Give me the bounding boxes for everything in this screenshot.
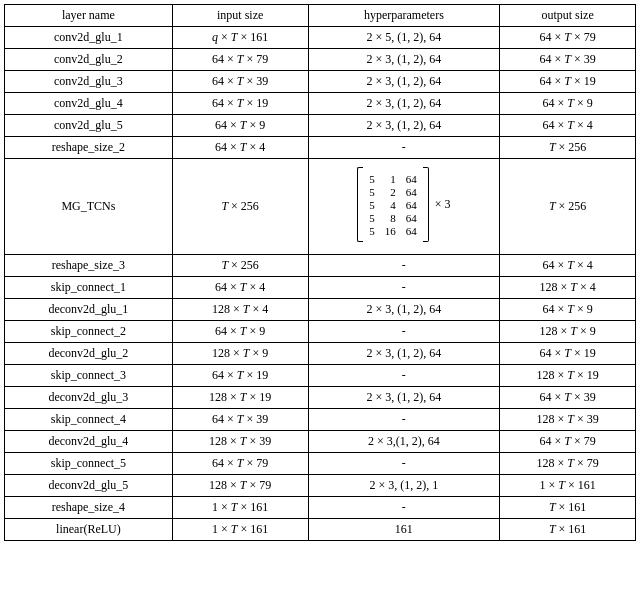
cell-layer-name: conv2d_glu_3: [5, 71, 173, 93]
cell-output-size: 128 × T × 4: [500, 277, 636, 299]
cell-output-size: 128 × T × 9: [500, 321, 636, 343]
cell-hyperparameters: 2 × 3,(1, 2), 64: [308, 431, 500, 453]
cell-input-size: 128 × T × 9: [172, 343, 308, 365]
cell-output-size: 64 × T × 9: [500, 299, 636, 321]
cell-input-size: q × T × 161: [172, 27, 308, 49]
cell-layer-name: MG_TCNs: [5, 159, 173, 255]
cell-hyperparameters: 2 × 3, (1, 2), 1: [308, 475, 500, 497]
cell-layer-name: conv2d_glu_1: [5, 27, 173, 49]
cell-input-size: 64 × T × 79: [172, 49, 308, 71]
cell-input-size: 1 × T × 161: [172, 519, 308, 541]
cell-layer-name: skip_connect_4: [5, 409, 173, 431]
cell-hyperparameters: 2 × 3, (1, 2), 64: [308, 299, 500, 321]
cell-hyperparameters: -: [308, 255, 500, 277]
cell-output-size: 128 × T × 39: [500, 409, 636, 431]
header-layer-name: layer name: [5, 5, 173, 27]
header-hyperparameters: hyperparameters: [308, 5, 500, 27]
cell-output-size: T × 161: [500, 519, 636, 541]
cell-layer-name: deconv2d_glu_3: [5, 387, 173, 409]
cell-output-size: 64 × T × 4: [500, 115, 636, 137]
cell-hyperparameters: -: [308, 497, 500, 519]
cell-hyperparameters: -: [308, 365, 500, 387]
cell-output-size: T × 256: [500, 137, 636, 159]
cell-output-size: 64 × T × 9: [500, 93, 636, 115]
cell-layer-name: deconv2d_glu_2: [5, 343, 173, 365]
cell-hyperparameters: -: [308, 453, 500, 475]
cell-layer-name: reshape_size_2: [5, 137, 173, 159]
cell-hyperparameters: 2 × 3, (1, 2), 64: [308, 115, 500, 137]
cell-layer-name: conv2d_glu_2: [5, 49, 173, 71]
cell-layer-name: reshape_size_4: [5, 497, 173, 519]
cell-input-size: 128 × T × 4: [172, 299, 308, 321]
cell-hyperparameters: 2 × 5, (1, 2), 64: [308, 27, 500, 49]
cell-layer-name: conv2d_glu_4: [5, 93, 173, 115]
cell-layer-name: skip_connect_5: [5, 453, 173, 475]
cell-hyperparameters: 2 × 3, (1, 2), 64: [308, 387, 500, 409]
architecture-table: layer name input size hyperparameters ou…: [4, 4, 636, 541]
cell-output-size: 64 × T × 79: [500, 431, 636, 453]
cell-input-size: T × 256: [172, 255, 308, 277]
cell-output-size: 128 × T × 79: [500, 453, 636, 475]
cell-layer-name: skip_connect_1: [5, 277, 173, 299]
cell-hyperparameters: -: [308, 137, 500, 159]
cell-layer-name: deconv2d_glu_1: [5, 299, 173, 321]
cell-hyperparameters: 2 × 3, (1, 2), 64: [308, 343, 500, 365]
cell-output-size: 64 × T × 19: [500, 71, 636, 93]
cell-output-size: 64 × T × 39: [500, 49, 636, 71]
cell-hyperparameters: 2 × 3, (1, 2), 64: [308, 93, 500, 115]
cell-layer-name: reshape_size_3: [5, 255, 173, 277]
cell-output-size: 1 × T × 161: [500, 475, 636, 497]
cell-input-size: 64 × T × 39: [172, 71, 308, 93]
cell-layer-name: skip_connect_3: [5, 365, 173, 387]
cell-input-size: 128 × T × 19: [172, 387, 308, 409]
header-output-size: output size: [500, 5, 636, 27]
cell-hyperparameters: 2 × 3, (1, 2), 64: [308, 49, 500, 71]
cell-hyperparameters: -: [308, 409, 500, 431]
cell-input-size: 64 × T × 19: [172, 93, 308, 115]
cell-hyperparameters: -: [308, 321, 500, 343]
cell-input-size: 64 × T × 9: [172, 115, 308, 137]
cell-input-size: 128 × T × 79: [172, 475, 308, 497]
cell-layer-name: linear(ReLU): [5, 519, 173, 541]
cell-input-size: 64 × T × 39: [172, 409, 308, 431]
header-input-size: input size: [172, 5, 308, 27]
cell-output-size: 64 × T × 19: [500, 343, 636, 365]
cell-layer-name: deconv2d_glu_5: [5, 475, 173, 497]
cell-output-size: 64 × T × 4: [500, 255, 636, 277]
cell-hyperparameters: 161: [308, 519, 500, 541]
cell-output-size: 64 × T × 79: [500, 27, 636, 49]
cell-input-size: 64 × T × 19: [172, 365, 308, 387]
cell-layer-name: conv2d_glu_5: [5, 115, 173, 137]
cell-input-size: 64 × T × 79: [172, 453, 308, 475]
cell-hyperparameters: 516452645464586451664× 3: [308, 159, 500, 255]
cell-input-size: 64 × T × 9: [172, 321, 308, 343]
cell-hyperparameters: 2 × 3, (1, 2), 64: [308, 71, 500, 93]
cell-output-size: 128 × T × 19: [500, 365, 636, 387]
cell-layer-name: skip_connect_2: [5, 321, 173, 343]
cell-layer-name: deconv2d_glu_4: [5, 431, 173, 453]
cell-output-size: 64 × T × 39: [500, 387, 636, 409]
cell-input-size: 64 × T × 4: [172, 137, 308, 159]
cell-output-size: T × 256: [500, 159, 636, 255]
cell-input-size: T × 256: [172, 159, 308, 255]
cell-input-size: 128 × T × 39: [172, 431, 308, 453]
cell-output-size: T × 161: [500, 497, 636, 519]
cell-hyperparameters: -: [308, 277, 500, 299]
cell-input-size: 64 × T × 4: [172, 277, 308, 299]
cell-input-size: 1 × T × 161: [172, 497, 308, 519]
